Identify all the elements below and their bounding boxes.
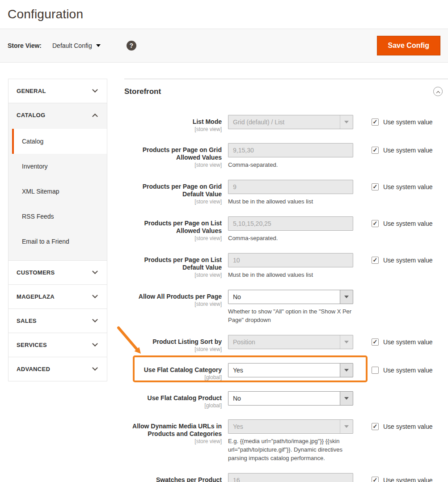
field-scope: [store view]	[124, 126, 222, 132]
product-listing-sort-by-select: Position	[228, 335, 353, 349]
sidebar-subitem-email-to-a-friend[interactable]: Email to a Friend	[8, 229, 107, 254]
field-label: Swatches per Product	[124, 476, 222, 482]
chevron-up-icon	[436, 91, 440, 94]
caret-down-icon	[344, 425, 349, 428]
field-label: Products per Page on List Default Value	[124, 256, 222, 271]
products-per-page-on-list-default-value-use-system-value-checkbox[interactable]: ✓	[372, 257, 379, 264]
use-system-value-group: Use system value	[372, 363, 432, 374]
sidebar-item-customers[interactable]: CUSTOMERS	[8, 261, 107, 284]
section-collapse-button[interactable]	[433, 87, 443, 96]
field-row-list-mode: List Mode [store view] Grid (default) / …	[124, 115, 448, 132]
use-system-value-label: Use system value	[383, 257, 432, 264]
allow-dynamic-media-urls-in-products-and-categories-use-system-value-checkbox[interactable]: ✓	[372, 423, 379, 430]
swatches-per-product-use-system-value-checkbox[interactable]: ✓	[372, 477, 379, 482]
field-label: Product Listing Sort by	[124, 338, 222, 346]
select-dropdown-button[interactable]	[340, 364, 353, 377]
field-row-products-per-page-on-grid-default-value: Products per Page on Grid Default Value …	[124, 180, 448, 206]
field-row-products-per-page-on-grid-allowed-values: Products per Page on Grid Allowed Values…	[124, 143, 448, 169]
sidebar-item-catalog[interactable]: CATALOG	[8, 103, 107, 127]
field-label: List Mode	[124, 118, 222, 126]
caret-down-icon	[344, 369, 349, 372]
field-note: Comma-separated.	[228, 161, 353, 169]
page-title: Configuration	[0, 0, 448, 21]
field-label: Allow Dynamic Media URLs in Products and…	[124, 423, 222, 438]
use-flat-catalog-category-use-system-value-checkbox[interactable]	[372, 367, 379, 374]
chevron-down-icon	[92, 365, 98, 371]
products-per-page-on-grid-default-value-use-system-value-checkbox[interactable]: ✓	[372, 183, 379, 190]
use-system-value-label: Use system value	[383, 183, 432, 190]
use-system-value-group: ✓Use system value	[372, 216, 432, 227]
store-view-label: Store View:	[8, 42, 42, 49]
use-system-value-label: Use system value	[383, 220, 432, 227]
use-flat-catalog-product-select[interactable]: No	[228, 391, 353, 406]
section-header: Storefront	[124, 87, 448, 96]
products-per-page-on-list-allowed-values-use-system-value-checkbox[interactable]: ✓	[372, 220, 379, 227]
field-note: Whether to show "All" option in the "Sho…	[228, 307, 353, 324]
field-row-swatches-per-product: Swatches per Product [store view] ✓Use s…	[124, 473, 448, 482]
sidebar-subitem-rss-feeds[interactable]: RSS Feeds	[8, 204, 107, 229]
select-dropdown-button[interactable]	[340, 392, 353, 405]
field-label: Use Flat Catalog Product	[124, 394, 222, 402]
field-scope: [store view]	[124, 346, 222, 352]
field-row-product-listing-sort-by: Product Listing Sort by [store view] Pos…	[124, 335, 448, 352]
sidebar-section-customers: CUSTOMERS	[8, 260, 107, 284]
sidebar-subitem-xml-sitemap[interactable]: XML Sitemap	[8, 179, 107, 204]
select-dropdown-button[interactable]	[340, 290, 353, 304]
store-view-switcher[interactable]: Default Config	[52, 42, 101, 49]
use-system-value-label: Use system value	[383, 423, 432, 430]
allow-dynamic-media-urls-in-products-and-categories-select: Yes	[228, 419, 353, 434]
use-system-value-group: ✓Use system value	[372, 473, 432, 482]
field-label: Allow All Products per Page	[124, 293, 222, 300]
products-per-page-on-grid-default-value-input	[228, 180, 353, 194]
caret-down-icon	[96, 44, 101, 47]
chevron-up-icon	[92, 114, 98, 119]
select-value: Grid (default) / List	[228, 115, 340, 129]
use-flat-catalog-category-select[interactable]: Yes	[228, 363, 353, 377]
product-listing-sort-by-use-system-value-checkbox[interactable]: ✓	[372, 338, 379, 346]
chevron-down-icon	[92, 292, 98, 298]
caret-down-icon	[344, 397, 349, 400]
sidebar-subitem-catalog[interactable]: Catalog	[12, 129, 107, 154]
configuration-page: Configuration Store View: Default Config…	[0, 0, 448, 482]
sidebar-section-general: GENERAL	[8, 79, 107, 103]
page-actions-toolbar: Store View: Default Config ? Save Config	[0, 29, 448, 63]
chevron-down-icon	[92, 87, 98, 93]
field-note: Comma-separated.	[228, 234, 353, 242]
select-dropdown-button	[340, 420, 353, 433]
products-per-page-on-grid-allowed-values-use-system-value-checkbox[interactable]: ✓	[372, 147, 379, 154]
list-mode-use-system-value-checkbox[interactable]: ✓	[372, 118, 379, 126]
help-icon[interactable]: ?	[127, 41, 136, 51]
field-row-products-per-page-on-list-default-value: Products per Page on List Default Value …	[124, 253, 448, 279]
use-system-value-label: Use system value	[383, 367, 432, 374]
select-dropdown-button	[340, 335, 353, 349]
allow-all-products-per-page-select[interactable]: No	[228, 290, 353, 304]
sidebar-item-services[interactable]: SERVICES	[8, 333, 107, 357]
select-value: No	[228, 290, 340, 304]
sidebar-item-mageplaza[interactable]: MAGEPLAZA	[8, 285, 107, 309]
use-system-value-group: ✓Use system value	[372, 143, 432, 154]
field-scope: [store view]	[124, 199, 222, 205]
products-per-page-on-list-default-value-input	[228, 253, 353, 267]
store-view-value: Default Config	[52, 42, 92, 49]
save-config-button[interactable]: Save Config	[377, 36, 440, 55]
field-scope: [store view]	[124, 301, 222, 307]
sidebar-subitem-inventory[interactable]: Inventory	[8, 154, 107, 179]
sidebar-submenu: CatalogInventoryXML SitemapRSS FeedsEmai…	[8, 127, 107, 260]
sidebar-item-general[interactable]: GENERAL	[8, 79, 107, 103]
field-row-allow-dynamic-media-urls-in-products-and-categories: Allow Dynamic Media URLs in Products and…	[124, 419, 448, 462]
sidebar-section-catalog: CATALOG CatalogInventoryXML SitemapRSS F…	[8, 103, 107, 260]
field-row-use-flat-catalog-product: Use Flat Catalog Product [global] No	[124, 391, 448, 409]
select-value: Yes	[228, 420, 340, 433]
products-per-page-on-grid-allowed-values-input	[228, 143, 353, 157]
field-label: Use Flat Catalog Category	[124, 366, 222, 374]
field-label: Products per Page on Grid Allowed Values	[124, 146, 222, 161]
field-note: Must be in the allowed values list	[228, 197, 353, 206]
use-system-value-group: ✓Use system value	[372, 335, 432, 346]
sidebar-section-services: SERVICES	[8, 333, 107, 357]
caret-down-icon	[344, 341, 349, 343]
config-nav-sidebar: GENERAL CATALOG CatalogInventoryXML Site…	[8, 79, 107, 381]
use-system-value-group: ✓Use system value	[372, 180, 432, 190]
select-value: Position	[228, 335, 340, 349]
sidebar-item-advanced[interactable]: ADVANCED	[8, 357, 107, 381]
sidebar-item-sales[interactable]: SALES	[8, 309, 107, 333]
